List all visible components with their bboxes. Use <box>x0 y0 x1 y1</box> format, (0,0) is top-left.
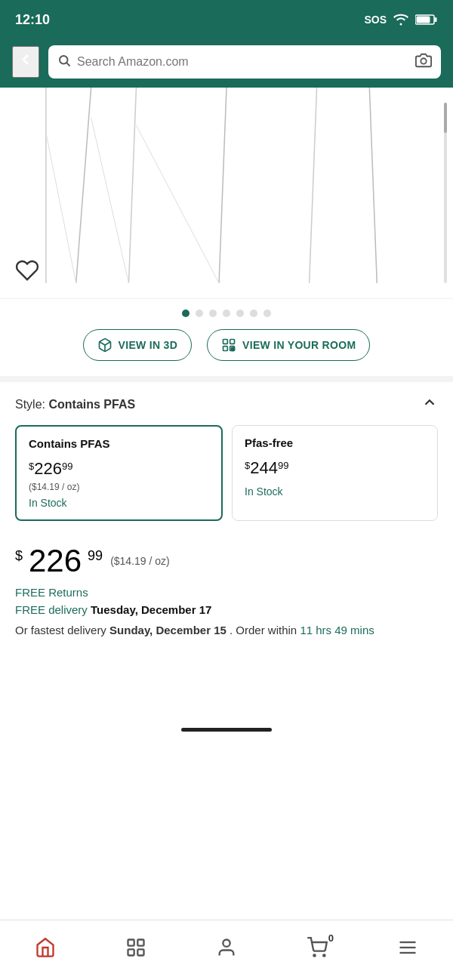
product-image-svg <box>0 88 453 298</box>
svg-line-13 <box>91 118 129 283</box>
view-buttons-container: VIEW IN 3D VIEW IN YOUR ROOM <box>0 329 453 376</box>
svg-point-27 <box>323 954 325 956</box>
svg-rect-23 <box>128 949 134 955</box>
account-icon <box>216 937 237 958</box>
svg-line-8 <box>128 88 136 283</box>
ar-icon <box>221 337 236 353</box>
svg-line-14 <box>136 125 219 283</box>
nav-cart[interactable]: 0 <box>297 932 337 963</box>
view-3d-button[interactable]: VIEW IN 3D <box>83 329 192 361</box>
battery-icon <box>415 14 438 26</box>
free-returns-label: FREE Returns <box>15 586 438 599</box>
style-header: Style: Contains PFAS <box>15 394 438 414</box>
style-option-pfas-free[interactable]: Pfas-free $24499 In Stock <box>232 425 438 521</box>
style-options-container: Contains PFAS $22699 ($14.19 / oz) In St… <box>15 425 438 521</box>
price-section: $ 226 99 ($14.19 / oz) FREE Returns FREE… <box>0 533 453 644</box>
svg-point-3 <box>60 56 68 64</box>
svg-rect-1 <box>435 17 437 22</box>
svg-point-5 <box>421 58 426 63</box>
svg-point-25 <box>223 939 230 946</box>
style-label: Style: Contains PFAS <box>15 398 135 411</box>
scroll-indicator <box>444 103 447 283</box>
product-image-area <box>0 88 453 299</box>
dot-6[interactable] <box>250 310 257 317</box>
status-bar: 12:10 SOS <box>0 0 453 39</box>
bottom-nav: 0 <box>0 920 453 980</box>
dot-7[interactable] <box>263 310 271 317</box>
home-indicator-bar <box>181 728 272 732</box>
view-in-room-button[interactable]: VIEW IN YOUR ROOM <box>207 329 370 361</box>
search-bar <box>0 39 453 88</box>
dot-4[interactable] <box>223 310 230 317</box>
cart-icon <box>307 937 328 958</box>
svg-rect-22 <box>137 939 143 945</box>
svg-line-9 <box>219 88 226 283</box>
menu-icon <box>397 937 418 958</box>
svg-line-12 <box>46 133 76 283</box>
svg-line-11 <box>369 88 377 283</box>
nav-library[interactable] <box>116 932 156 963</box>
library-icon <box>125 937 146 958</box>
svg-rect-2 <box>417 17 430 23</box>
dot-1[interactable] <box>182 310 190 317</box>
style-option-contains-pfas[interactable]: Contains PFAS $22699 ($14.19 / oz) In St… <box>15 425 223 521</box>
search-input[interactable] <box>77 55 415 69</box>
section-divider <box>0 376 453 382</box>
svg-point-20 <box>231 347 234 350</box>
back-button[interactable] <box>12 46 39 78</box>
main-price-display: $ 226 99 ($14.19 / oz) <box>15 545 438 577</box>
svg-rect-24 <box>137 949 143 955</box>
svg-rect-17 <box>230 340 235 344</box>
cart-count: 0 <box>328 932 334 944</box>
search-icon <box>57 54 71 71</box>
svg-rect-18 <box>223 347 228 351</box>
sos-label: SOS <box>364 14 387 26</box>
delivery-line: FREE delivery Tuesday, December 17 <box>15 603 438 616</box>
status-time: 12:10 <box>15 12 50 28</box>
wifi-icon <box>393 14 409 26</box>
search-container[interactable] <box>48 45 441 79</box>
status-icons: SOS <box>364 14 438 26</box>
nav-account[interactable] <box>207 932 246 963</box>
svg-point-26 <box>313 954 315 956</box>
svg-line-10 <box>310 88 317 283</box>
camera-icon[interactable] <box>415 52 432 72</box>
svg-line-7 <box>76 88 91 283</box>
dot-2[interactable] <box>196 310 203 317</box>
dot-3[interactable] <box>209 310 217 317</box>
3d-icon <box>97 337 112 353</box>
image-dots <box>0 299 453 329</box>
home-icon <box>35 937 56 958</box>
nav-menu[interactable] <box>388 932 427 963</box>
style-section: Style: Contains PFAS Contains PFAS $2269… <box>0 382 453 533</box>
fastest-delivery-line: Or fastest delivery Sunday, December 15 … <box>15 622 438 638</box>
home-indicator <box>0 720 453 742</box>
svg-rect-21 <box>128 939 134 945</box>
svg-rect-16 <box>223 340 228 344</box>
svg-line-4 <box>66 63 69 66</box>
wishlist-button[interactable] <box>15 258 39 288</box>
chevron-up-icon[interactable] <box>421 394 438 414</box>
nav-home[interactable] <box>26 932 65 963</box>
dot-5[interactable] <box>236 310 244 317</box>
